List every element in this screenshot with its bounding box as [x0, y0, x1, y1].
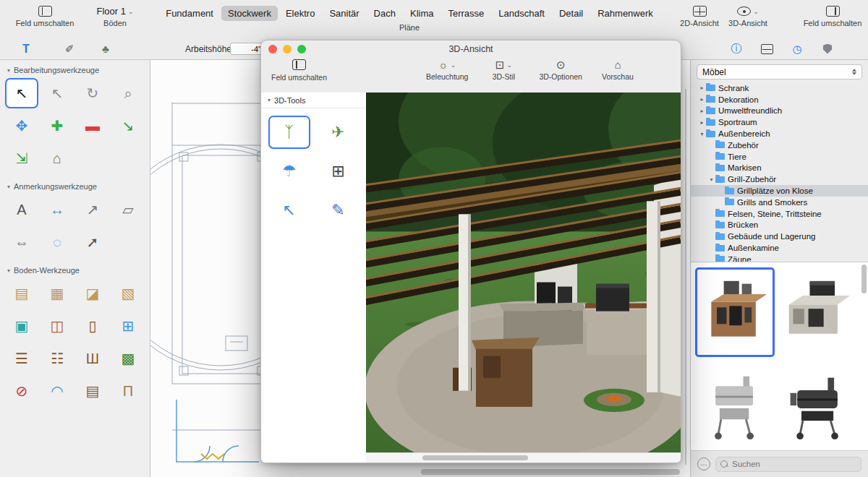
tab-detail[interactable]: Detail	[553, 6, 590, 21]
thumbnail-grill-theke-grau[interactable]	[779, 267, 859, 357]
materials-panel-button[interactable]	[817, 41, 838, 56]
select-tool[interactable]: ↖	[5, 78, 38, 108]
minimize-button[interactable]	[283, 45, 292, 53]
floor-select[interactable]: Floor 1 ⌄ Böden	[87, 6, 143, 27]
thumbnail-grill-island-braun[interactable]	[695, 267, 775, 357]
search-input[interactable]	[731, 459, 856, 469]
floor-book-tool[interactable]: ▦	[41, 278, 74, 309]
tree-item[interactable]: Tiere	[691, 151, 868, 163]
polygon-annotation-tool[interactable]: ▱	[111, 194, 145, 225]
tab-rahmenwerk[interactable]: Rahmenwerk	[591, 6, 660, 21]
cabinet-tool[interactable]: ▤	[76, 376, 109, 406]
tab-stockwerk[interactable]: Stockwerk	[221, 6, 278, 21]
direct-select-tool[interactable]: ↖	[41, 78, 74, 108]
add-point-tool[interactable]: ✚	[41, 111, 74, 141]
work-height-input[interactable]	[230, 43, 265, 55]
stairs-tool[interactable]: ☰	[5, 343, 38, 374]
stairs-l-tool[interactable]: ☷	[41, 343, 74, 374]
canvas-horizontal-scrollbar[interactable]	[421, 469, 680, 475]
tree-item[interactable]: ▾Außenbereich	[691, 128, 868, 139]
more-options-button[interactable]: …	[697, 457, 710, 470]
tree-disclosure-icon[interactable]: ▸	[698, 96, 706, 103]
tree-item[interactable]: Außenkamine	[691, 242, 868, 254]
corner-arrow-tool[interactable]: ↘	[111, 111, 145, 141]
move-tool[interactable]: ✥	[5, 111, 38, 141]
double-arrow-tool[interactable]: ⇔	[5, 227, 38, 257]
furniture-panel-button[interactable]	[757, 41, 777, 56]
thumbnail-smoker-edelstahl[interactable]	[695, 361, 775, 451]
tab-terrasse[interactable]: Terrasse	[441, 6, 490, 21]
tree-item[interactable]: Zubehör	[691, 139, 868, 151]
remove-point-tool[interactable]: ▬	[76, 111, 109, 141]
tree-item[interactable]: Zäune	[691, 254, 868, 262]
room-split-tool[interactable]: ◫	[41, 311, 74, 341]
tab-fundament[interactable]: Fundament	[159, 6, 220, 21]
optionen-3d-button[interactable]: ⊙3D-Optionen	[539, 59, 582, 81]
railing-tool[interactable]: Ш	[76, 343, 109, 374]
tree-disclosure-icon[interactable]: ▸	[698, 108, 706, 114]
tab-sanitär[interactable]: Sanitär	[323, 6, 365, 21]
roof-tool[interactable]: ⌂	[41, 143, 74, 173]
toggle-right-panel-button[interactable]: Feld umschalten	[801, 6, 864, 27]
forbid-tool[interactable]: ⊘	[5, 376, 38, 406]
leader-line-tool[interactable]: ↗	[76, 194, 109, 225]
text-mode-button[interactable]: T	[16, 41, 36, 56]
history-panel-button[interactable]: ◷	[787, 41, 807, 56]
select-3d-tool[interactable]: ↖	[268, 194, 310, 227]
search-field[interactable]	[715, 457, 861, 472]
3d-tools-header[interactable]: ▾ 3D-Tools	[261, 93, 366, 108]
tree-item[interactable]: ▸Dekoration	[691, 94, 868, 106]
floor-plan-tool[interactable]: ▧	[111, 278, 145, 309]
floor-panorama-tool[interactable]: ▤	[5, 278, 38, 309]
vorschau-button[interactable]: ⌂Vorschau	[597, 59, 639, 81]
palette-section-header[interactable]: ▾Boden-Werkzeuge	[0, 260, 150, 277]
tree-item[interactable]: Gebäude und Lagerung	[691, 231, 868, 242]
tree-item[interactable]: ▸Umweltfreundlich	[691, 106, 868, 117]
tab-landschaft[interactable]: Landschaft	[492, 6, 551, 21]
column-tool[interactable]: Π	[111, 376, 145, 406]
plant-tool-button[interactable]: ♣	[95, 41, 116, 56]
elevation-arrow-tool[interactable]: ⇲	[5, 143, 38, 173]
tree-item[interactable]: Brücken	[691, 220, 868, 231]
tree-item[interactable]: Grillplätze von Klose	[691, 185, 868, 197]
rotate-tool[interactable]: ↻	[76, 78, 109, 108]
window-titlebar[interactable]: 3D-Ansicht	[261, 40, 681, 58]
walk-tool[interactable]: ᛉ	[268, 116, 310, 149]
palette-section-header[interactable]: ▾Bearbeitungswerkzeuge	[0, 60, 150, 77]
zoom-tool[interactable]: ⌕	[111, 78, 145, 108]
window-tool[interactable]: ⊞	[111, 311, 145, 341]
close-button[interactable]	[268, 45, 277, 53]
tab-klima[interactable]: Klima	[404, 6, 441, 21]
fly-tool[interactable]: ✈	[318, 116, 359, 149]
3d-viewport[interactable]	[366, 93, 681, 453]
zoom-button[interactable]	[297, 45, 306, 53]
picker-tool[interactable]: ✎	[318, 194, 359, 227]
floorplan-view-tool[interactable]: ⊞	[318, 155, 359, 188]
furniture-category-select[interactable]: Möbel	[697, 64, 862, 80]
floor-sheet-tool[interactable]: ◪	[76, 278, 109, 309]
info-panel-button[interactable]: ⓘ	[726, 41, 746, 56]
tree-item[interactable]: ▾Grill-Zubehör	[691, 173, 868, 185]
tab-dach[interactable]: Dach	[367, 6, 402, 21]
tile-floor-tool[interactable]: ▩	[111, 343, 145, 374]
tree-item[interactable]: ▸Schrank	[691, 82, 868, 94]
text-tool[interactable]: A	[5, 194, 38, 225]
drop-tool[interactable]: ☂	[268, 155, 310, 188]
toggle-left-panel-button[interactable]: Feld umschalten	[12, 6, 78, 27]
view-2d-button[interactable]: 2D-Ansicht	[677, 6, 722, 27]
view-3d-button[interactable]: ⌄ 3D-Ansicht	[725, 6, 771, 27]
stil-3d-button[interactable]: ⊡⌄3D-Stil	[482, 59, 524, 81]
toggle-3d-tools-button[interactable]: Feld umschalten	[271, 59, 327, 82]
palette-section-header[interactable]: ▾Anmerkungswerkzeuge	[0, 176, 150, 193]
tree-disclosure-icon[interactable]: ▸	[698, 85, 706, 91]
beleuchtung-button[interactable]: ☼⌄Beleuchtung	[426, 59, 468, 81]
thumbnail-smoker-schwarz[interactable]	[779, 361, 859, 451]
tree-disclosure-icon[interactable]: ▾	[707, 176, 715, 183]
tree-item[interactable]: Markisen	[691, 163, 868, 174]
arrow-tool[interactable]: ➚	[76, 227, 109, 257]
tree-disclosure-icon[interactable]: ▸	[698, 119, 706, 126]
curtain-tool[interactable]: ◠	[41, 376, 74, 406]
tree-item[interactable]: Grills and Smokers	[691, 197, 868, 208]
room-add-tool[interactable]: ▣	[5, 311, 38, 341]
material-tool-button[interactable]: ✐	[59, 41, 80, 56]
